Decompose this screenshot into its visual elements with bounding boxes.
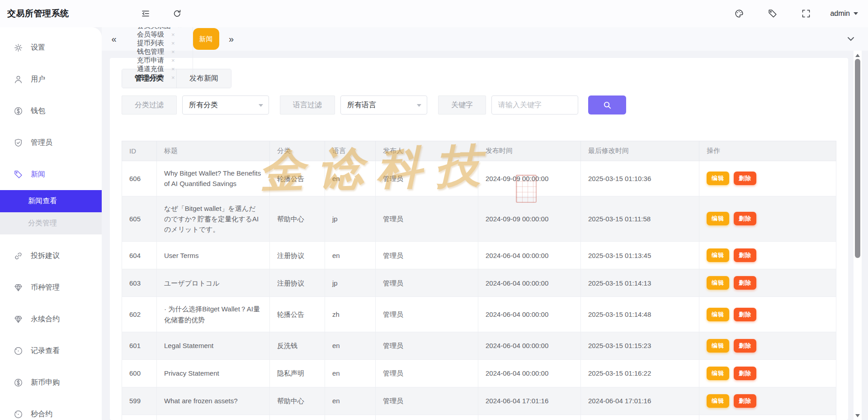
close-icon[interactable]: × [171, 57, 175, 64]
tab-后台用户[interactable]: 后台用户× [126, 73, 193, 82]
delete-button[interactable]: 删除 [734, 172, 756, 185]
cell-id: 602 [122, 297, 157, 332]
sidebar-item-label: 记录查看 [31, 346, 60, 356]
chevron-down-icon [854, 12, 858, 15]
tab-label: 后台用户 [137, 73, 164, 82]
cell-id: 604 [122, 242, 157, 269]
sidebar-item-label: 币种管理 [31, 283, 60, 292]
edit-button[interactable]: 编辑 [707, 172, 729, 185]
chevron-down-icon [259, 104, 263, 107]
sidebar-item-永续合约[interactable]: 永续合约 [0, 303, 102, 335]
theme-palette-icon[interactable] [734, 9, 744, 19]
cell-category: 注册协议 [270, 269, 325, 297]
cell-id: 599 [122, 387, 157, 415]
close-icon[interactable]: × [171, 66, 175, 72]
column-header-最后修改时间: 最后修改时间 [581, 141, 699, 161]
sidebar-item-新闻[interactable]: 新闻 [0, 158, 102, 190]
cell-modify-time: 2025-03-15 01:16:22 [581, 359, 699, 387]
sidebar-item-记录查看[interactable]: 记录查看 [0, 335, 102, 367]
category-select[interactable]: 所有分类 [182, 95, 269, 115]
cell-modify-time: 2024-06-04 17:01:16 [581, 387, 699, 415]
cell-publisher: 管理员 [376, 196, 478, 242]
edit-button[interactable]: 编辑 [707, 367, 729, 380]
tabs-dropdown-chevron-icon[interactable] [846, 34, 855, 43]
tab-钱包管理[interactable]: 钱包管理× [126, 48, 193, 56]
cell-category: 帮助中心 [270, 415, 325, 420]
scrollbar-thumb[interactable] [855, 59, 860, 258]
refresh-icon[interactable] [172, 9, 182, 19]
chevron-down-icon [417, 104, 421, 107]
sidebar-item-管理员[interactable]: 管理员 [0, 127, 102, 158]
delete-button[interactable]: 删除 [734, 339, 756, 353]
cell-modify-time: 2025-03-15 01:10:36 [581, 161, 699, 196]
sidebar-submenu: 新闻查看分类管理 [0, 190, 102, 234]
cell-actions: 编辑删除 [699, 415, 836, 420]
tabs-scroll-right-button[interactable]: » [219, 34, 244, 44]
edit-button[interactable]: 编辑 [707, 212, 729, 225]
collapse-sidebar-icon[interactable] [141, 9, 151, 19]
gear-icon [14, 43, 23, 52]
tab-通道充值[interactable]: 通道充值× [126, 65, 193, 73]
cell-id: 601 [122, 332, 157, 359]
sidebar-item-新币申购[interactable]: 新币申购 [0, 367, 102, 398]
delete-button[interactable]: 删除 [734, 308, 756, 321]
tab-bar: « 基础设置×用户列表×实名管理×会员关系图×会员等级×提币列表×钱包管理×充币… [102, 27, 868, 51]
sidebar-item-投拆建议[interactable]: 投拆建议 [0, 240, 102, 272]
table-row: 606Why Bitget Wallet? The Benefits of AI… [122, 161, 836, 196]
fullscreen-icon[interactable] [801, 9, 811, 19]
table-row: 600Privacy Statement隐私声明en管理员2024-06-04 … [122, 359, 836, 387]
close-icon[interactable]: × [171, 40, 175, 47]
cell-title: What are frozen assets? [157, 387, 270, 415]
scrollbar-up-button[interactable] [854, 52, 862, 59]
delete-button[interactable]: 删除 [734, 212, 756, 225]
keyword-input[interactable] [491, 95, 578, 115]
cell-title: Privacy Statement [157, 359, 270, 387]
sidebar-item-label: 秒合约 [31, 410, 52, 419]
cell-language: en [325, 242, 376, 269]
tab-news-active[interactable]: 新闻 [193, 28, 219, 50]
delete-button[interactable]: 删除 [734, 248, 756, 262]
tabs-scroll-left-button[interactable]: « [102, 34, 126, 44]
scrollbar-down-button[interactable] [854, 412, 862, 419]
sidebar-item-钱包[interactable]: 钱包 [0, 95, 102, 127]
cell-publisher: 管理员 [376, 297, 478, 332]
edit-button[interactable]: 编辑 [707, 248, 729, 262]
cell-id: 606 [122, 161, 157, 196]
edit-button[interactable]: 编辑 [707, 276, 729, 290]
edit-button[interactable]: 编辑 [707, 308, 729, 321]
sidebar-item-币种管理[interactable]: 币种管理 [0, 272, 102, 303]
search-button[interactable] [588, 95, 626, 115]
cell-publisher: 管理员 [376, 161, 478, 196]
user-menu[interactable]: admin [830, 10, 858, 18]
edit-button[interactable]: 编辑 [707, 394, 729, 408]
edit-button[interactable]: 编辑 [707, 339, 729, 353]
cell-modify-time: 2025-03-15 01:17:00 [581, 415, 699, 420]
compass-icon [14, 346, 23, 356]
sidebar-subitem-分类管理[interactable]: 分类管理 [0, 212, 102, 234]
close-icon[interactable]: × [171, 74, 175, 81]
cell-publisher: 管理员 [376, 269, 478, 297]
tab-提币列表[interactable]: 提币列表× [126, 39, 193, 48]
delete-button[interactable]: 删除 [734, 394, 756, 408]
sidebar-item-设置[interactable]: 设置 [0, 32, 102, 63]
triangle-up-icon [855, 54, 860, 57]
sidebar-subitem-新闻查看[interactable]: 新闻查看 [0, 190, 102, 212]
tag-icon[interactable] [768, 9, 778, 19]
close-icon[interactable]: × [171, 31, 175, 38]
sidebar-item-用户[interactable]: 用户 [0, 63, 102, 95]
sidebar-item-秒合约[interactable]: 秒合约 [0, 398, 102, 420]
cell-actions: 编辑删除 [699, 359, 836, 387]
language-select[interactable]: 所有语言 [340, 95, 427, 115]
language-select-value: 所有语言 [347, 101, 376, 109]
column-header-ID: ID [122, 141, 157, 161]
tab-会员等级[interactable]: 会员等级× [126, 30, 193, 39]
cell-publish-time: 2024-06-04 00:00:00 [478, 269, 581, 297]
delete-button[interactable]: 删除 [734, 276, 756, 290]
cell-id: 598 [122, 415, 157, 420]
close-icon[interactable]: × [171, 48, 175, 55]
delete-button[interactable]: 删除 [734, 367, 756, 380]
column-header-操作: 操作 [699, 141, 836, 161]
tab-充币申请[interactable]: 充币申请× [126, 56, 193, 65]
cell-publisher: 管理员 [376, 387, 478, 415]
triangle-down-icon [855, 414, 860, 417]
